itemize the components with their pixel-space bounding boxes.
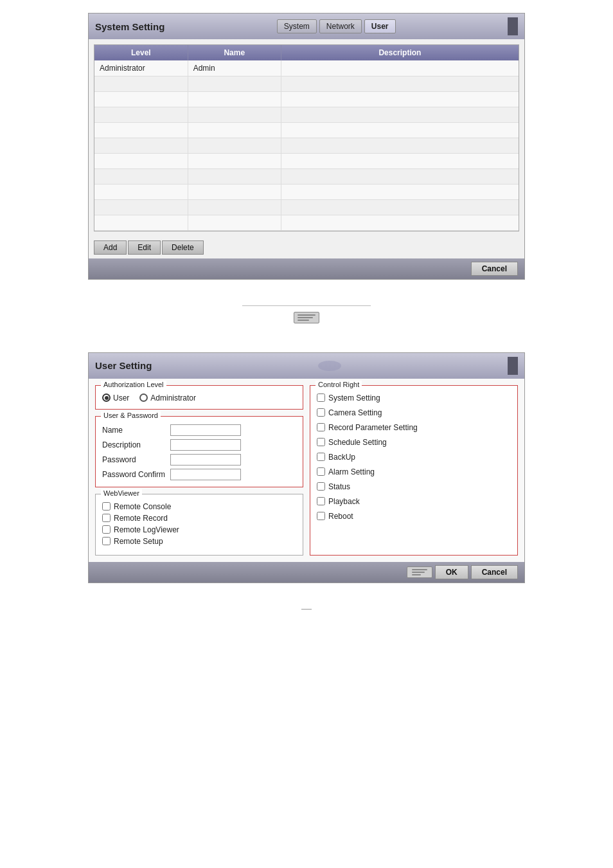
table-row[interactable]: Administrator Admin xyxy=(94,60,519,76)
field-desc-label: Description xyxy=(102,440,165,449)
ctrl-status: Status xyxy=(317,482,511,491)
system-panel-tabs: System Network User xyxy=(277,19,396,33)
field-password-input[interactable] xyxy=(170,454,241,466)
label-alarm-setting: Alarm Setting xyxy=(328,467,375,476)
cell-name-2 xyxy=(188,91,281,107)
user-setting-title: User Setting xyxy=(95,360,152,371)
add-button[interactable]: Add xyxy=(94,240,127,255)
checkbox-remote-console[interactable] xyxy=(102,502,111,511)
radio-admin-label: Administrator xyxy=(150,393,196,402)
webviewer-remote-record: Remote Record xyxy=(102,514,296,523)
table-row[interactable] xyxy=(94,76,519,91)
label-remote-console: Remote Console xyxy=(114,502,171,511)
footer-kb-line-3 xyxy=(412,574,421,575)
radio-user[interactable]: User xyxy=(102,393,129,402)
user-table: Level Name Description Administrator Adm… xyxy=(94,45,519,231)
footer-kb-lines xyxy=(412,569,427,575)
cell-name-5 xyxy=(188,138,281,153)
footer-kb-line-1 xyxy=(412,569,427,570)
cell-desc-7 xyxy=(281,168,519,184)
checkbox-camera-setting[interactable] xyxy=(317,408,325,417)
checkbox-alarm-setting[interactable] xyxy=(317,467,325,476)
tab-network[interactable]: Network xyxy=(319,19,362,33)
cell-level-8 xyxy=(94,184,188,199)
radio-admin-indicator xyxy=(139,393,148,402)
webviewer-remote-logviewer: Remote LogViewer xyxy=(102,525,296,534)
user-setting-panel: User Setting Authorization Level xyxy=(88,352,525,583)
table-row[interactable] xyxy=(94,153,519,168)
ctrl-system-setting: System Setting xyxy=(317,393,511,402)
table-row[interactable] xyxy=(94,199,519,215)
radio-user-label: User xyxy=(113,393,129,402)
table-row[interactable] xyxy=(94,107,519,122)
cell-level-6 xyxy=(94,153,188,168)
table-row[interactable] xyxy=(94,122,519,138)
ctrl-alarm-setting: Alarm Setting xyxy=(317,467,511,476)
ctrl-backup: BackUp xyxy=(317,453,511,462)
field-password-confirm-label: Password Confirm xyxy=(102,470,165,479)
kb-line-3 xyxy=(298,320,309,321)
checkbox-reboot[interactable] xyxy=(317,512,325,520)
system-cancel-button[interactable]: Cancel xyxy=(471,262,518,276)
tab-system[interactable]: System xyxy=(277,19,317,33)
cell-level-9 xyxy=(94,199,188,215)
cell-name-4 xyxy=(188,122,281,138)
checkbox-record-param[interactable] xyxy=(317,423,325,431)
cell-desc-4 xyxy=(281,122,519,138)
checkbox-remote-logviewer[interactable] xyxy=(102,525,111,534)
system-setting-panel: System Setting System Network User Level… xyxy=(88,13,525,280)
table-button-row: Add Edit Delete xyxy=(89,237,524,258)
user-panel-corner xyxy=(508,357,518,375)
user-header-decoration xyxy=(317,359,342,372)
cell-desc-8 xyxy=(281,184,519,199)
table-row[interactable] xyxy=(94,215,519,230)
ctrl-schedule-setting: Schedule Setting xyxy=(317,438,511,447)
user-ok-button[interactable]: OK xyxy=(435,565,468,579)
checkbox-playback[interactable] xyxy=(317,497,325,505)
checkbox-status[interactable] xyxy=(317,482,325,491)
ctrl-playback: Playback xyxy=(317,497,511,506)
col-header-level: Level xyxy=(94,45,188,60)
user-setting-header: User Setting xyxy=(89,353,524,379)
label-system-setting: System Setting xyxy=(328,393,380,402)
cell-desc-2 xyxy=(281,91,519,107)
right-column: Control Right System Setting Camera Sett… xyxy=(310,385,518,556)
checkbox-remote-record[interactable] xyxy=(102,514,111,522)
cell-name-0: Admin xyxy=(188,60,281,76)
checkbox-schedule-setting[interactable] xyxy=(317,438,325,446)
table-row[interactable] xyxy=(94,184,519,199)
field-password-label: Password xyxy=(102,455,165,464)
tab-user[interactable]: User xyxy=(364,19,396,33)
checkbox-backup[interactable] xyxy=(317,453,325,461)
field-name-label: Name xyxy=(102,426,165,435)
field-name-input[interactable] xyxy=(170,424,241,436)
label-camera-setting: Camera Setting xyxy=(328,408,382,417)
authorization-level-fieldset: Authorization Level User Administrator xyxy=(95,385,303,410)
system-panel-header: System Setting System Network User xyxy=(89,14,524,39)
edit-button[interactable]: Edit xyxy=(128,240,161,255)
label-remote-setup: Remote Setup xyxy=(114,537,163,546)
header-decoration-svg xyxy=(317,359,342,372)
svg-point-0 xyxy=(318,361,341,371)
user-cancel-button[interactable]: Cancel xyxy=(471,565,518,579)
radio-administrator[interactable]: Administrator xyxy=(139,393,196,402)
radio-user-indicator xyxy=(102,393,111,402)
table-row[interactable] xyxy=(94,91,519,107)
checkbox-remote-setup[interactable] xyxy=(102,537,111,545)
checkbox-system-setting[interactable] xyxy=(317,393,325,402)
label-playback: Playback xyxy=(328,497,360,506)
cell-level-3 xyxy=(94,107,188,122)
cell-desc-6 xyxy=(281,153,519,168)
user-password-form: Name Description Password Password Confi… xyxy=(102,424,296,480)
field-password-confirm-input[interactable] xyxy=(170,469,241,480)
table-row[interactable] xyxy=(94,168,519,184)
delete-button[interactable]: Delete xyxy=(162,240,204,255)
label-reboot: Reboot xyxy=(328,512,353,521)
keyboard-lines xyxy=(298,314,315,321)
cell-name-9 xyxy=(188,199,281,215)
webviewer-remote-console: Remote Console xyxy=(102,502,296,511)
system-panel-title: System Setting xyxy=(95,21,164,32)
table-row[interactable] xyxy=(94,138,519,153)
page-wrapper: System Setting System Network User Level… xyxy=(0,0,613,622)
field-desc-input[interactable] xyxy=(170,439,241,451)
